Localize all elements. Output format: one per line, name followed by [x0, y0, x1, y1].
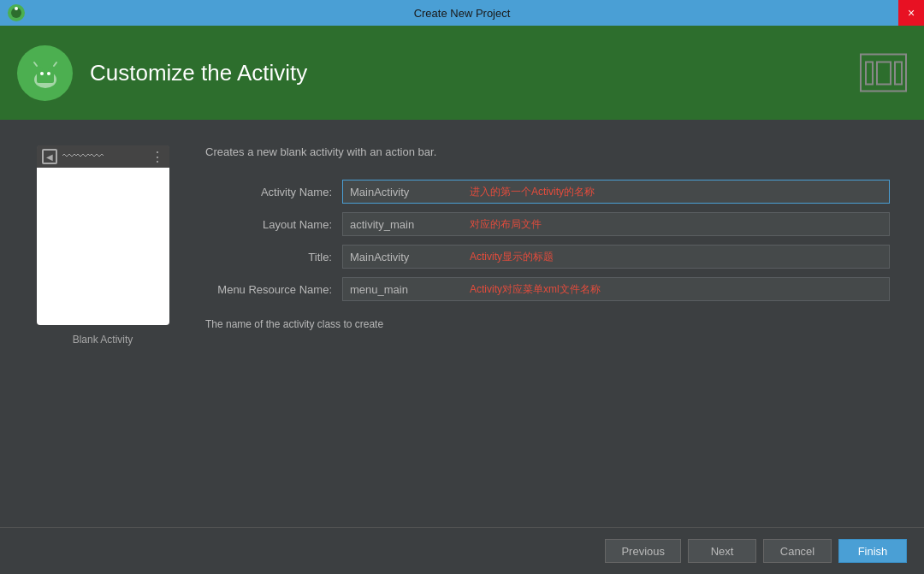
svg-point-2 [15, 7, 18, 10]
title-label: Title: [205, 251, 342, 263]
svg-point-9 [40, 72, 44, 75]
layout-name-row: Layout Name: 对应的布局文件 [205, 212, 890, 236]
previous-button[interactable]: Previous [605, 539, 681, 563]
activity-name-hint: 进入的第一个Activity的名称 [463, 185, 601, 199]
menu-resource-input[interactable] [343, 278, 463, 300]
header-panel: Customize the Activity [0, 26, 924, 120]
activity-name-field-container: 进入的第一个Activity的名称 [342, 180, 890, 204]
app-logo [7, 3, 26, 22]
next-button[interactable]: Next [688, 539, 756, 563]
description-text: Creates a new blank activity with an act… [205, 145, 890, 158]
phone-wave-icon: 〰〰〰 [62, 149, 104, 164]
header-logo [17, 45, 73, 101]
phone-screen [37, 168, 169, 325]
title-input[interactable] [343, 246, 463, 268]
menu-resource-hint: Activity对应菜单xml文件名称 [463, 282, 607, 297]
svg-line-8 [54, 62, 56, 66]
svg-point-10 [47, 72, 50, 75]
form-panel: Creates a new blank activity with an act… [205, 145, 890, 346]
layout-preview-icon [860, 54, 907, 92]
close-button[interactable]: × [898, 0, 924, 26]
layout-name-hint: 对应的布局文件 [463, 217, 548, 232]
phone-menu-icon: ⋮ [151, 149, 164, 165]
phone-mockup: ◀ 〰〰〰 ⋮ [37, 145, 169, 325]
title-hint: Activity显示的标题 [463, 250, 560, 264]
activity-name-input[interactable] [343, 180, 463, 203]
footer-bar: Previous Next Cancel Finish [0, 527, 924, 574]
window-title: Create New Project [414, 7, 511, 20]
menu-resource-field-container: Activity对应菜单xml文件名称 [342, 277, 890, 301]
phone-preview-panel: ◀ 〰〰〰 ⋮ Blank Activity [34, 145, 171, 346]
phone-top-bar: ◀ 〰〰〰 ⋮ [37, 145, 169, 168]
main-content: ◀ 〰〰〰 ⋮ Blank Activity Creates a new bla… [0, 128, 924, 363]
svg-line-7 [34, 62, 37, 66]
cancel-button[interactable]: Cancel [763, 539, 832, 563]
layout-name-input[interactable] [343, 213, 463, 235]
menu-resource-row: Menu Resource Name: Activity对应菜单xml文件名称 [205, 277, 890, 301]
layout-name-field-container: 对应的布局文件 [342, 212, 890, 236]
layout-name-label: Layout Name: [205, 218, 342, 231]
activity-name-label: Activity Name: [205, 186, 342, 198]
menu-resource-label: Menu Resource Name: [205, 283, 342, 296]
title-bar: Create New Project × [0, 0, 924, 26]
hint-bar: The name of the activity class to create [205, 318, 890, 330]
finish-button[interactable]: Finish [838, 539, 907, 563]
activity-name-row: Activity Name: 进入的第一个Activity的名称 [205, 180, 890, 204]
phone-preview-label: Blank Activity [73, 334, 133, 346]
header-title: Customize the Activity [90, 60, 307, 86]
title-field-container: Activity显示的标题 [342, 245, 890, 269]
phone-back-icon: ◀ [42, 149, 57, 164]
title-row: Title: Activity显示的标题 [205, 245, 890, 269]
